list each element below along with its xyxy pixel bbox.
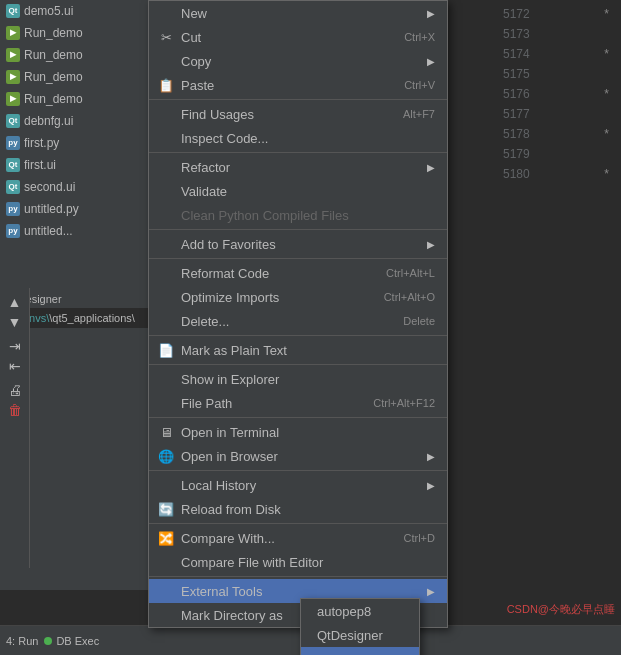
menu-icon-compare_with: 🔀 [157, 531, 175, 546]
menu-label-reformat: Reformat Code [181, 266, 269, 281]
qt-file-icon: Qt [6, 114, 20, 128]
menu-item-open_terminal[interactable]: 🖥Open in Terminal [149, 420, 447, 444]
menu-icon-mark_plain_text: 📄 [157, 343, 175, 358]
menu-item-refactor[interactable]: Refactor▶ [149, 155, 447, 179]
file-item[interactable]: Qtfirst.ui [0, 154, 149, 176]
watermark: CSDN@今晚必早点睡 [501, 600, 621, 619]
indent-button[interactable]: ⇥ [9, 338, 21, 354]
menu-label-open_browser: Open in Browser [181, 449, 278, 464]
run-tab[interactable]: 4: Run [6, 635, 38, 647]
line-num: 5173 [503, 27, 530, 41]
db-exec-tab[interactable]: DB Exec [44, 635, 99, 647]
menu-item-add_favorites[interactable]: Add to Favorites▶ [149, 232, 447, 256]
menu-shortcut-cut: Ctrl+X [404, 31, 435, 43]
menu-item-clean_compiled: Clean Python Compiled Files [149, 203, 447, 227]
file-item[interactable]: pyuntitled.py [0, 198, 149, 220]
db-exec-label: DB Exec [56, 635, 99, 647]
file-item[interactable]: Qtsecond.ui [0, 176, 149, 198]
menu-item-delete[interactable]: Delete...Delete [149, 309, 447, 333]
left-toolbar: ▲ ▼ ⇥ ⇤ 🖨 🗑 [0, 288, 30, 568]
line-num: 5179 [503, 147, 530, 161]
line-marker: * [604, 7, 609, 21]
menu-separator [149, 99, 447, 100]
menu-item-compare_editor[interactable]: Compare File with Editor [149, 550, 447, 574]
menu-separator [149, 258, 447, 259]
menu-item-reformat[interactable]: Reformat CodeCtrl+Alt+L [149, 261, 447, 285]
menu-item-cut[interactable]: ✂CutCtrl+X [149, 25, 447, 49]
outdent-button[interactable]: ⇤ [9, 358, 21, 374]
menu-label-refactor: Refactor [181, 160, 230, 175]
line-marker: * [604, 127, 609, 141]
menu-item-find_usages[interactable]: Find UsagesAlt+F7 [149, 102, 447, 126]
file-name: untitled... [24, 224, 73, 238]
menu-item-compare_with[interactable]: 🔀Compare With...Ctrl+D [149, 526, 447, 550]
ext-tool-autopep8[interactable]: autopep8 [301, 599, 419, 623]
line-marker: * [604, 167, 609, 181]
menu-icon-reload_disk: 🔄 [157, 502, 175, 517]
menu-item-validate[interactable]: Validate [149, 179, 447, 203]
path-continuation: \qt5_applications\ [49, 312, 135, 324]
file-item[interactable]: ▶Run_demo [0, 44, 149, 66]
delete-button[interactable]: 🗑 [8, 402, 22, 418]
menu-label-cut: Cut [181, 30, 201, 45]
context-menu: New▶✂CutCtrl+XCopy▶📋PasteCtrl+VFind Usag… [148, 0, 448, 628]
external-tools-submenu: autopep8QtDesignerPyUICPyrcc [300, 598, 420, 655]
menu-separator [149, 576, 447, 577]
menu-label-clean_compiled: Clean Python Compiled Files [181, 208, 349, 223]
menu-item-local_history[interactable]: Local History▶ [149, 473, 447, 497]
ext-tool-qtdesigner[interactable]: QtDesigner [301, 623, 419, 647]
menu-item-reload_disk[interactable]: 🔄Reload from Disk [149, 497, 447, 521]
line-number-row: 5173 [495, 24, 617, 44]
line-num: 5174 [503, 47, 530, 61]
line-marker: * [604, 47, 609, 61]
menu-item-copy[interactable]: Copy▶ [149, 49, 447, 73]
menu-item-paste[interactable]: 📋PasteCtrl+V [149, 73, 447, 97]
menu-arrow-new: ▶ [427, 8, 435, 19]
file-item[interactable]: ▶Run_demo [0, 22, 149, 44]
menu-item-new[interactable]: New▶ [149, 1, 447, 25]
run-file-icon: ▶ [6, 70, 20, 84]
up-arrow-button[interactable]: ▲ [8, 294, 22, 310]
menu-arrow-external_tools: ▶ [427, 586, 435, 597]
print-button[interactable]: 🖨 [8, 382, 22, 398]
menu-separator [149, 364, 447, 365]
menu-item-mark_plain_text[interactable]: 📄Mark as Plain Text [149, 338, 447, 362]
menu-icon-open_terminal: 🖥 [157, 425, 175, 440]
menu-item-show_explorer[interactable]: Show in Explorer [149, 367, 447, 391]
menu-label-copy: Copy [181, 54, 211, 69]
file-item[interactable]: pyuntitled... [0, 220, 149, 242]
file-item[interactable]: ▶Run_demo [0, 88, 149, 110]
menu-item-optimize_imports[interactable]: Optimize ImportsCtrl+Alt+O [149, 285, 447, 309]
line-number-row: 5172* [495, 4, 617, 24]
menu-shortcut-reformat: Ctrl+Alt+L [386, 267, 435, 279]
file-item[interactable]: Qtdebnfg.ui [0, 110, 149, 132]
file-name: second.ui [24, 180, 75, 194]
file-name: first.ui [24, 158, 56, 172]
menu-shortcut-delete: Delete [403, 315, 435, 327]
line-num: 5172 [503, 7, 530, 21]
menu-label-mark_plain_text: Mark as Plain Text [181, 343, 287, 358]
down-arrow-button[interactable]: ▼ [8, 314, 22, 330]
menu-item-inspect_code[interactable]: Inspect Code... [149, 126, 447, 150]
file-item[interactable]: pyfirst.py [0, 132, 149, 154]
menu-arrow-local_history: ▶ [427, 480, 435, 491]
run-file-icon: ▶ [6, 92, 20, 106]
file-name: untitled.py [24, 202, 79, 216]
file-item[interactable]: ▶Run_demo [0, 66, 149, 88]
menu-shortcut-paste: Ctrl+V [404, 79, 435, 91]
line-number-row: 5178* [495, 124, 617, 144]
ext-tool-pyuic[interactable]: PyUIC [301, 647, 419, 655]
menu-label-validate: Validate [181, 184, 227, 199]
menu-item-open_browser[interactable]: 🌐Open in Browser▶ [149, 444, 447, 468]
line-numbers-panel: 5172*51735174*51755176*51775178*51795180… [491, 0, 621, 260]
menu-label-file_path: File Path [181, 396, 232, 411]
menu-shortcut-compare_with: Ctrl+D [404, 532, 435, 544]
line-num: 5180 [503, 167, 530, 181]
line-num: 5177 [503, 107, 530, 121]
menu-label-reload_disk: Reload from Disk [181, 502, 281, 517]
file-item[interactable]: Qtdemo5.ui [0, 0, 149, 22]
menu-label-mark_directory: Mark Directory as [181, 608, 283, 623]
py-file-icon: py [6, 224, 20, 238]
py-file-icon: py [6, 136, 20, 150]
menu-item-file_path[interactable]: File PathCtrl+Alt+F12 [149, 391, 447, 415]
